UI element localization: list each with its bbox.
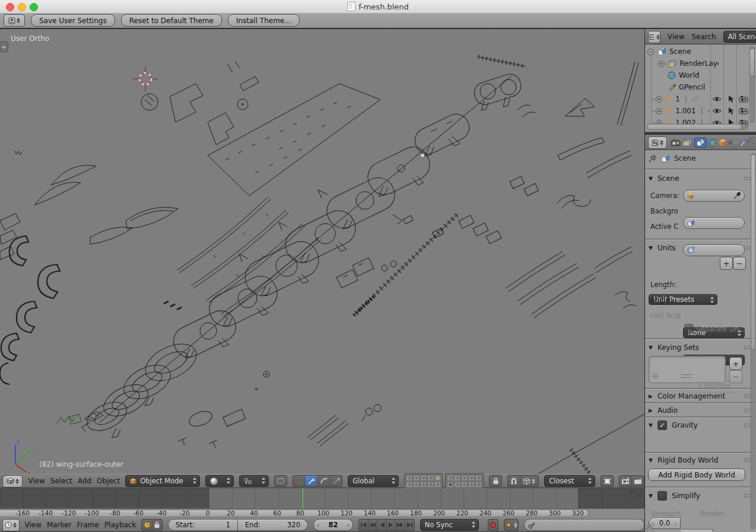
panel-header-rigid-body-world[interactable]: ▼Rigid Body World (649, 456, 753, 464)
lock-time-button[interactable] (153, 520, 162, 530)
timeline-menu-view[interactable]: View (25, 521, 42, 529)
renderability-camera-icon[interactable] (739, 95, 748, 103)
reset-default-theme-button[interactable]: Reset to Default Theme (121, 14, 222, 27)
panel-header-simplify[interactable]: ▼ ✓ Simplify (649, 491, 753, 501)
tab-render-layers-icon[interactable] (682, 139, 693, 146)
snap-target-dropdown[interactable]: Closest (544, 475, 595, 487)
pivot-point-dropdown[interactable] (239, 475, 269, 487)
expand-icon[interactable]: + (656, 108, 662, 114)
jump-to-end-button[interactable] (405, 520, 414, 530)
add-keying-set-button[interactable]: + (729, 357, 742, 370)
expand-icon[interactable]: + (656, 96, 662, 103)
outliner-row-object-1-001[interactable]: + F 1.001 | (645, 105, 756, 117)
manipulator-axes-button[interactable] (293, 476, 306, 486)
eyedropper-icon[interactable] (733, 192, 741, 199)
save-user-settings-button[interactable]: Save User Settings (31, 14, 115, 27)
viewport-3d[interactable]: z y x User Ortho + (82) wing-surface-out… (0, 29, 644, 474)
outliner-horizontal-scrollbar[interactable] (647, 124, 748, 130)
editor-type-selector[interactable] (4, 14, 25, 27)
active-keying-set-field[interactable] (524, 519, 644, 531)
outliner-editor-type-selector[interactable] (648, 31, 660, 43)
menu-select[interactable]: Select (50, 477, 72, 485)
tab-scene-active[interactable] (694, 138, 707, 148)
timeline-menu-marker[interactable]: Marker (47, 521, 71, 529)
current-frame-marker[interactable] (302, 488, 303, 508)
outliner-hscroll-thumb[interactable] (647, 124, 742, 130)
previous-keyframe-button[interactable] (369, 520, 378, 530)
sync-mode-dropdown[interactable]: No Sync (420, 519, 479, 531)
menu-object[interactable]: Object (97, 477, 120, 485)
timeline-canvas[interactable] (0, 488, 644, 508)
panel-header-keying-sets[interactable]: ▼Keying Sets (649, 343, 753, 352)
region-expand-button[interactable]: + (0, 42, 8, 52)
viewport-shading-dropdown[interactable] (205, 475, 234, 487)
expand-icon[interactable]: + (658, 60, 665, 67)
layer-grid-1[interactable] (404, 473, 443, 489)
outliner-resize-handle[interactable] (745, 30, 756, 38)
outliner-menu-view[interactable]: View (668, 33, 684, 41)
translate-manipulator-button[interactable] (305, 476, 317, 486)
view3d-header-resize-handle[interactable] (0, 474, 7, 484)
background-scene-field[interactable] (683, 217, 745, 229)
properties-vertical-scrollbar[interactable] (751, 153, 755, 529)
frame-start-field[interactable]: Start: 1 (168, 519, 238, 531)
panel-header-color-management[interactable]: ▶Color Management (649, 392, 753, 400)
install-theme-button[interactable]: Install Theme... (228, 14, 300, 27)
render-opengl-button[interactable] (620, 476, 632, 486)
outliner-vertical-scrollbar[interactable] (749, 47, 755, 123)
play-reverse-button[interactable] (377, 520, 387, 530)
properties-editor-type-selector[interactable] (648, 136, 667, 149)
outliner-row-world[interactable]: World (645, 69, 756, 81)
pin-icon[interactable] (649, 154, 657, 163)
tab-render-icon[interactable] (671, 139, 681, 146)
tab-modifiers-icon[interactable] (739, 139, 748, 146)
layer-grid-2[interactable] (445, 473, 484, 489)
gravity-y-field[interactable]: 0.00 (681, 529, 713, 532)
panel-header-units[interactable]: ▼Units (649, 244, 753, 252)
snap-peel-button[interactable] (601, 476, 613, 486)
outliner-row-renderlayers[interactable]: + RenderLaye (645, 58, 756, 69)
orientation-dropdown[interactable]: Global (348, 475, 399, 487)
properties-resize-handle[interactable] (747, 136, 756, 144)
gravity-checkbox[interactable]: ✓ (657, 420, 667, 430)
timeline-editor-type-selector[interactable] (2, 519, 20, 531)
outliner-vscroll-thumb[interactable] (749, 48, 755, 77)
current-frame-field[interactable]: 82 (313, 519, 353, 531)
jump-to-start-button[interactable] (359, 520, 369, 530)
properties-vscroll-thumb[interactable] (751, 154, 755, 350)
manipulator-toggle-button[interactable] (275, 476, 287, 486)
keying-sets-list[interactable]: + (649, 356, 726, 383)
next-keyframe-button[interactable] (396, 520, 405, 530)
camera-field[interactable] (683, 190, 745, 202)
remove-keying-set-button[interactable]: − (729, 370, 742, 383)
outliner-menu-search[interactable]: Search (691, 33, 716, 41)
visibility-eye-icon[interactable] (712, 95, 722, 103)
selectability-cursor-icon[interactable] (727, 107, 734, 115)
outliner-row-scene[interactable]: − Scene (645, 46, 756, 58)
add-rigid-body-world-button[interactable]: Add Rigid Body World (648, 469, 745, 481)
list-resize-grip-icon[interactable] (681, 374, 692, 378)
keying-set-dropdown[interactable] (504, 520, 518, 530)
outliner-row-object-1[interactable]: + F 1 | (645, 93, 756, 105)
active-layer-cell[interactable] (434, 475, 441, 481)
render-animation-button[interactable] (632, 476, 644, 486)
mode-dropdown[interactable]: Object Mode (125, 475, 200, 487)
snap-element-dropdown[interactable] (520, 476, 538, 486)
scale-manipulator-button[interactable] (330, 476, 342, 486)
menu-add[interactable]: Add (78, 477, 91, 485)
frame-end-field[interactable]: End: 320 (238, 519, 308, 531)
visibility-eye-icon[interactable] (712, 107, 722, 114)
panel-header-gravity[interactable]: ▼ ✓ Gravity (649, 420, 753, 430)
timeline-ruler[interactable]: -160-140-120-100-80-60-40-20020406080100… (0, 508, 644, 518)
tab-object-icon[interactable] (719, 139, 727, 146)
menu-view[interactable]: View (28, 477, 45, 485)
selectability-cursor-icon[interactable] (727, 95, 734, 103)
properties-corner-resize-handle[interactable] (646, 524, 654, 532)
lock-to-scene-button[interactable] (490, 476, 501, 486)
play-button[interactable] (387, 520, 396, 530)
preview-range-clock-button[interactable] (142, 520, 152, 530)
add-preset-button[interactable]: + (720, 257, 733, 270)
tab-constraints-icon[interactable] (729, 139, 738, 146)
record-button[interactable] (488, 520, 498, 530)
renderability-camera-icon[interactable] (739, 107, 748, 114)
